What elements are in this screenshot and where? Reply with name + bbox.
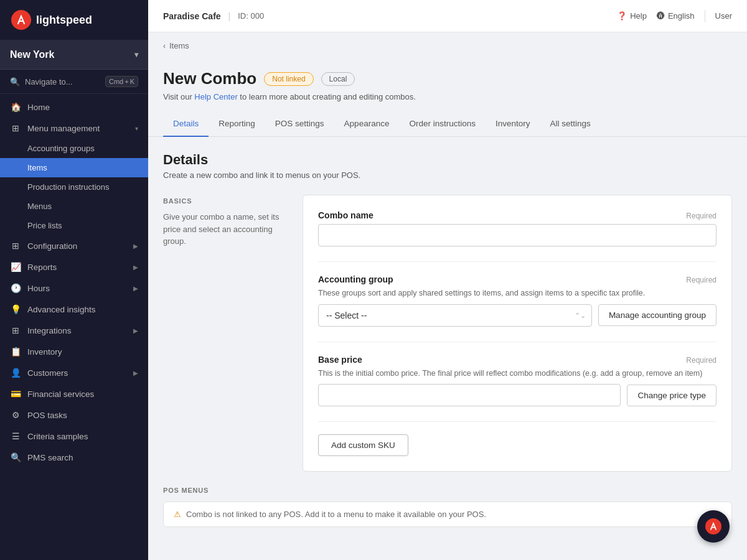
section-heading: Details	[163, 152, 732, 168]
topbar-title: Paradise Cafe	[163, 11, 221, 21]
sidebar-item-price-lists[interactable]: Price lists	[0, 216, 148, 235]
tab-details[interactable]: Details	[163, 111, 209, 137]
base-price-label: Base price	[318, 355, 362, 365]
basics-desc: Give your combo a name, set its price an…	[163, 211, 288, 248]
reports-icon: 📈	[10, 262, 21, 272]
sidebar-item-integrations[interactable]: ⊞ Integrations ▶	[0, 320, 148, 341]
nav-search-label: Navigate to...	[25, 77, 73, 86]
manage-accounting-group-button[interactable]: Manage accounting group	[598, 304, 716, 326]
tab-all-settings[interactable]: All settings	[540, 111, 601, 137]
topbar-id: ID: 000	[238, 11, 264, 21]
sidebar-item-customers[interactable]: 👤 Customers ▶	[0, 362, 148, 383]
tab-inventory[interactable]: Inventory	[486, 111, 540, 137]
clock-icon: 🕐	[10, 283, 21, 293]
help-icon: ❓	[617, 11, 627, 21]
combo-name-header: Combo name Required	[318, 210, 716, 220]
search-icon: 🔍	[10, 77, 20, 86]
chevron-right-icon: ▶	[133, 285, 138, 292]
tab-appearance[interactable]: Appearance	[334, 111, 400, 137]
sidebar-item-label: Inventory	[27, 347, 62, 357]
insights-icon: 💡	[10, 304, 21, 314]
menu-mgmt-icon: ⊞	[10, 123, 21, 133]
combo-name-input[interactable]	[318, 224, 716, 246]
tab-pos-settings[interactable]: POS settings	[265, 111, 334, 137]
customers-icon: 👤	[10, 368, 21, 378]
sidebar-item-advanced-insights[interactable]: 💡 Advanced insights	[0, 299, 148, 320]
sidebar-item-label: Reports	[27, 263, 57, 272]
help-button[interactable]: ❓ Help	[617, 11, 647, 21]
sidebar-item-label: Home	[27, 103, 50, 112]
sidebar-item-label: Menu management	[27, 124, 100, 133]
home-icon: 🏠	[10, 102, 21, 112]
list-icon: ☰	[10, 431, 21, 441]
sidebar-item-pos-tasks[interactable]: ⚙ POS tasks	[0, 404, 148, 426]
page-title: New Combo	[163, 69, 256, 88]
form-sidebar: BASICS Give your combo a name, set its p…	[163, 195, 288, 472]
sidebar-item-hours[interactable]: 🕐 Hours ▶	[0, 278, 148, 299]
main-content: Paradise Cafe | ID: 000 ❓ Help 🅐 English…	[148, 0, 747, 560]
inventory-icon: 📋	[10, 347, 21, 357]
logo-icon	[11, 10, 31, 30]
accounting-group-select[interactable]: -- Select --	[318, 304, 592, 327]
pos-menus-title: POS MENUS	[163, 487, 732, 494]
financial-icon: 💳	[10, 389, 21, 399]
gear-icon: ⚙	[10, 410, 21, 420]
help-center-link[interactable]: Help Center	[194, 92, 237, 101]
fab-button[interactable]	[697, 510, 730, 543]
fab-icon	[705, 518, 721, 534]
accounting-group-required: Required	[686, 276, 716, 284]
basics-title: BASICS	[163, 197, 288, 205]
combo-name-label: Combo name	[318, 210, 374, 220]
location-label: New York	[10, 49, 54, 60]
sidebar-item-label: Hours	[27, 284, 50, 293]
sidebar-item-menus[interactable]: Menus	[0, 197, 148, 216]
sidebar-item-label: Integrations	[27, 326, 72, 335]
base-price-input[interactable]	[318, 384, 621, 406]
sidebar-item-label: POS tasks	[27, 411, 67, 420]
sidebar-sub-label: Accounting groups	[27, 144, 95, 153]
lang-label: English	[668, 11, 695, 21]
sidebar-item-menu-management[interactable]: ⊞ Menu management ▾	[0, 118, 148, 139]
sidebar-item-inventory[interactable]: 📋 Inventory	[0, 341, 148, 362]
sidebar-item-criteria-samples[interactable]: ☰ Criteria samples	[0, 426, 148, 447]
lang-icon: 🅐	[657, 11, 665, 21]
sidebar-item-label: Advanced insights	[27, 305, 96, 314]
logo-text: lightspeed	[36, 14, 92, 27]
sidebar-item-label: PMS search	[27, 453, 73, 462]
accounting-group-select-wrap: -- Select --	[318, 304, 592, 327]
sidebar-item-items[interactable]: Items	[0, 158, 148, 177]
sidebar-item-label: Customers	[27, 368, 68, 378]
accounting-group-helper: These groups sort and apply shared setti…	[318, 288, 716, 299]
tab-order-instructions[interactable]: Order instructions	[399, 111, 486, 137]
pos-menus-section: POS MENUS ⚠ Combo is not linked to any P…	[148, 487, 747, 542]
combo-name-field-group: Combo name Required	[318, 210, 716, 246]
field-divider	[318, 421, 716, 422]
chevron-right-icon: ▶	[133, 243, 138, 250]
language-selector[interactable]: 🅐 English	[657, 11, 695, 21]
sidebar-item-accounting-groups[interactable]: Accounting groups	[0, 139, 148, 158]
sidebar-item-configuration[interactable]: ⊞ Configuration ▶	[0, 235, 148, 256]
tab-reporting[interactable]: Reporting	[209, 111, 265, 137]
user-button[interactable]: User	[715, 11, 732, 21]
sidebar: lightspeed New York ▾ 🔍 Navigate to... C…	[0, 0, 148, 560]
page-title-row: New Combo Not linked Local	[163, 69, 732, 88]
topbar-right: ❓ Help 🅐 English User	[617, 10, 732, 22]
search-icon: 🔍	[10, 452, 21, 462]
change-price-type-button[interactable]: Change price type	[627, 385, 716, 406]
location-chevron: ▾	[134, 50, 138, 59]
sidebar-item-pms-search[interactable]: 🔍 PMS search	[0, 447, 148, 468]
add-custom-sku-button[interactable]: Add custom SKU	[318, 434, 408, 456]
location-selector[interactable]: New York ▾	[0, 40, 148, 70]
chevron-right-icon: ▶	[133, 370, 138, 376]
svg-point-0	[11, 10, 31, 30]
sidebar-item-label: Criteria samples	[27, 432, 88, 441]
breadcrumb[interactable]: ‹ Items	[148, 32, 747, 59]
field-divider	[318, 261, 716, 262]
sidebar-item-financial-services[interactable]: 💳 Financial services	[0, 383, 148, 404]
nav-main-items: 🏠 Home ⊞ Menu management ▾ Accounting gr…	[0, 94, 148, 470]
page-subtitle: Visit our Help Center to learn more abou…	[163, 92, 732, 101]
sidebar-item-home[interactable]: 🏠 Home	[0, 96, 148, 118]
sidebar-item-reports[interactable]: 📈 Reports ▶	[0, 256, 148, 278]
nav-search[interactable]: 🔍 Navigate to... Cmd+K	[0, 70, 148, 94]
sidebar-item-production-instructions[interactable]: Production instructions	[0, 177, 148, 197]
